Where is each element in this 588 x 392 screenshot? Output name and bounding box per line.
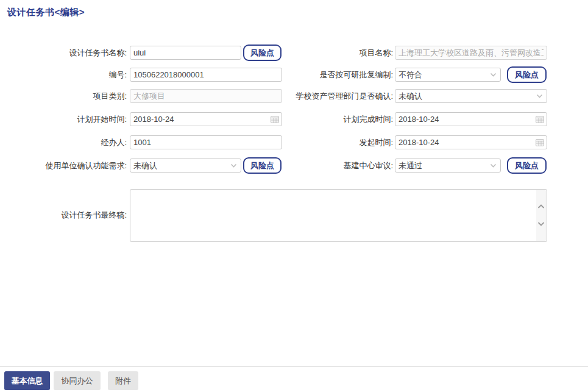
final-draft-label: 设计任务书最终稿: (0, 208, 127, 222)
calendar-icon[interactable] (533, 137, 546, 148)
chevron-down-icon[interactable] (487, 69, 500, 80)
number-label: 编号: (0, 68, 127, 82)
project-name-input (395, 46, 547, 60)
form-row-5: 经办人: 发起时间: (0, 135, 588, 149)
scroll-down-icon[interactable] (537, 218, 545, 229)
textarea-scrollbar[interactable] (536, 190, 546, 241)
plan-finish-date-input[interactable] (395, 115, 533, 124)
risk-point-button-review[interactable]: 风险点 (507, 157, 547, 174)
chevron-down-icon[interactable] (227, 160, 240, 171)
feasibility-compliance-value: 不符合 (395, 69, 487, 80)
plan-start-date-label: 计划开始时间: (0, 112, 127, 126)
form-row-1: 设计任务书名称: 风险点 项目名称: (0, 46, 588, 60)
form-row-6: 使用单位确认功能需求: 未确认 风险点 基建中心审议: 未通过 风险点 (0, 159, 588, 173)
asset-dept-confirm-select[interactable]: 未确认 (395, 89, 547, 103)
initiate-date-input[interactable] (395, 138, 533, 147)
design-task-name-input[interactable] (130, 46, 241, 60)
project-name-label: 项目名称: (244, 46, 393, 60)
plan-finish-date-field (395, 112, 547, 126)
tab-basic-info[interactable]: 基本信息 (4, 371, 50, 390)
construction-center-review-value: 未通过 (395, 160, 487, 171)
tabbar-divider (0, 366, 588, 367)
design-task-name-label: 设计任务书名称: (0, 46, 127, 60)
feasibility-compliance-select[interactable]: 不符合 (395, 68, 501, 82)
chevron-down-icon[interactable] (487, 160, 500, 171)
asset-dept-confirm-label: 学校资产管理部门是否确认: (244, 89, 393, 103)
final-draft-textarea[interactable] (130, 190, 536, 241)
construction-center-review-select[interactable]: 未通过 (395, 159, 501, 173)
initiate-date-field (395, 135, 547, 149)
form-row-3: 项目类别: 学校资产管理部门是否确认: 未确认 (0, 89, 588, 103)
chevron-down-icon[interactable] (533, 90, 546, 102)
design-task-edit-page: 设计任务书<编辑> 设计任务书名称: 风险点 项目名称: 编号: 是否按可研批复… (0, 0, 588, 392)
calendar-icon[interactable] (533, 113, 546, 125)
project-category-label: 项目类别: (0, 89, 127, 103)
form-row-2: 编号: 是否按可研批复编制: 不符合 风险点 (0, 68, 588, 82)
page-title: 设计任务书<编辑> (7, 7, 85, 18)
tab-collaboration[interactable]: 协同办公 (54, 371, 101, 390)
handler-label: 经办人: (0, 135, 127, 149)
scroll-up-icon[interactable] (537, 201, 545, 212)
construction-center-review-label: 基建中心审议: (244, 159, 393, 173)
final-draft-field (130, 189, 547, 242)
initiate-date-label: 发起时间: (244, 135, 393, 149)
risk-point-button-feasibility[interactable]: 风险点 (507, 66, 547, 83)
form-row-4: 计划开始时间: 计划完成时间: (0, 112, 588, 126)
user-unit-confirm-label: 使用单位确认功能需求: (0, 159, 127, 173)
user-unit-confirm-value: 未确认 (130, 160, 227, 171)
tab-attachments[interactable]: 附件 (108, 371, 138, 390)
asset-dept-confirm-value: 未确认 (395, 91, 533, 102)
feasibility-compliance-label: 是否按可研批复编制: (244, 68, 393, 82)
user-unit-confirm-select[interactable]: 未确认 (130, 159, 241, 173)
plan-finish-date-label: 计划完成时间: (244, 112, 393, 126)
